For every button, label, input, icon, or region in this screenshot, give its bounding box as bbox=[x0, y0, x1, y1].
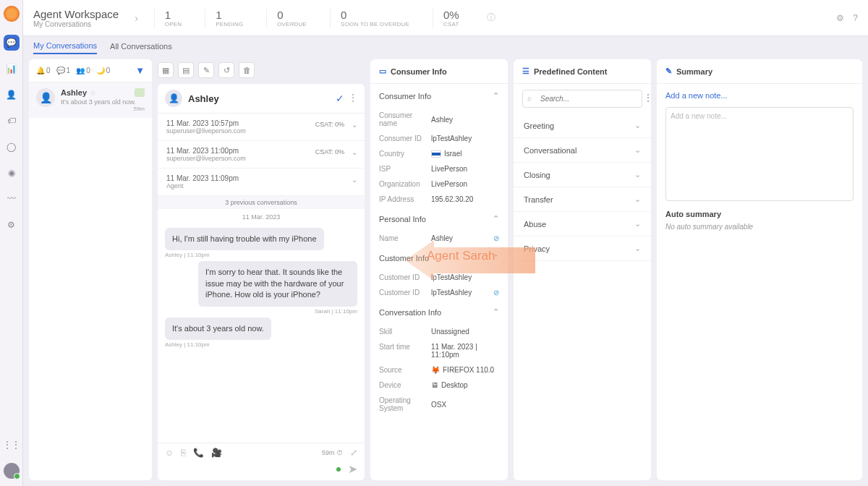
channel-icon bbox=[135, 88, 145, 97]
date-divider: 11 Mar. 2023 bbox=[158, 209, 365, 225]
tb-table-icon[interactable]: ▤ bbox=[178, 62, 194, 78]
summary-panel: ✎Summary Add a new note... Add a new not… bbox=[657, 59, 862, 480]
flag-icon bbox=[431, 150, 441, 158]
chat-more-icon[interactable]: ⋮ bbox=[349, 93, 357, 104]
history-item[interactable]: 11 Mar. 2023 11:09pm Agent ⌄ bbox=[158, 169, 365, 196]
chevron-up-icon: ⌃ bbox=[493, 214, 499, 223]
predefined-category[interactable]: Greeting⌄ bbox=[514, 114, 651, 138]
nav-people-icon[interactable]: 👤 bbox=[4, 87, 20, 103]
chevron-down-icon: ⌄ bbox=[634, 145, 641, 155]
stat-pending-value: 1 bbox=[216, 9, 221, 21]
attach-icon[interactable]: ⎘ bbox=[181, 448, 186, 458]
note-icon: ✎ bbox=[665, 67, 672, 76]
predefined-content-panel: ☰Predefined Content ⌕ ⋮ Greeting⌄ Conver… bbox=[514, 59, 651, 480]
timer-label: 59m ⏱ bbox=[322, 449, 343, 456]
workspace-title: Agent Workspace bbox=[33, 8, 119, 20]
count-open: 💬1 bbox=[56, 67, 71, 74]
auto-summary-text: No auto summary available bbox=[665, 223, 854, 231]
section-conversation-info[interactable]: Conversation Info⌃ bbox=[370, 300, 508, 324]
workspace-subtitle: My Conversations bbox=[33, 20, 119, 28]
chevron-down-icon[interactable]: ⌄ bbox=[352, 121, 357, 129]
chevron-up-icon: ⌃ bbox=[493, 253, 499, 263]
nav-tags-icon[interactable]: 🏷 bbox=[4, 113, 20, 129]
tab-all-conversations[interactable]: All Conversations bbox=[110, 42, 172, 54]
chat-toolbar: ▦ ▤ ✎ ↺ 🗑 bbox=[158, 59, 365, 84]
consumer-avatar-icon: 👤 bbox=[36, 88, 55, 107]
tb-edit-icon[interactable]: ✎ bbox=[198, 62, 214, 78]
count-pending: 👥0 bbox=[76, 67, 90, 74]
conversation-item-name: Ashley bbox=[61, 88, 87, 97]
predefined-category[interactable]: Privacy⌄ bbox=[514, 236, 651, 261]
conversation-item[interactable]: 👤 Ashley ☆ It's about 3 years old now. 5… bbox=[29, 82, 152, 118]
message-agent: I'm sorry to hear that. It sounds like t… bbox=[165, 261, 357, 314]
count-idle: 🌙0 bbox=[96, 67, 111, 74]
stat-overdue-value: 0 bbox=[277, 9, 283, 21]
history-item[interactable]: 11 Mar. 2023 10:57pm superuser@liveperso… bbox=[158, 114, 365, 141]
predefined-category[interactable]: Closing⌄ bbox=[514, 163, 651, 187]
help-icon[interactable]: ? bbox=[853, 13, 858, 23]
chevron-down-icon: ⌄ bbox=[634, 244, 641, 253]
nav-analytics-icon[interactable]: 📊 bbox=[4, 61, 20, 77]
info-icon[interactable]: ⓘ bbox=[487, 12, 495, 24]
chat-avatar-icon: 👤 bbox=[165, 90, 182, 107]
nav-tune-icon[interactable]: 〰 bbox=[4, 191, 20, 207]
stat-csat-value: 0% bbox=[443, 9, 459, 21]
filter-icon[interactable]: ▼ bbox=[135, 65, 145, 76]
chevron-up-icon: ⌃ bbox=[493, 91, 499, 101]
section-personal-info[interactable]: Personal Info⌃ bbox=[370, 207, 508, 231]
tb-card-icon[interactable]: ▦ bbox=[158, 62, 174, 78]
nav-sliders-icon[interactable]: ⚙ bbox=[4, 217, 20, 233]
id-card-icon: ▭ bbox=[379, 67, 386, 76]
predefined-search-input[interactable] bbox=[522, 90, 642, 108]
conversation-preview: It's about 3 years old now. bbox=[61, 98, 145, 106]
predefined-category[interactable]: Conversational⌄ bbox=[514, 138, 651, 163]
consumer-info-panel: ▭Consumer Info Consumer Info⌃ Consumer n… bbox=[370, 59, 508, 480]
verified-icon: ⊘ bbox=[493, 289, 499, 297]
workspace-chevron-icon[interactable]: › bbox=[132, 12, 141, 24]
video-icon[interactable]: 🎥 bbox=[211, 448, 222, 458]
search-more-icon[interactable]: ⋮ bbox=[644, 93, 651, 103]
stat-open-value: 1 bbox=[165, 9, 171, 21]
section-customer-info[interactable]: Customer Info⌃ bbox=[370, 246, 508, 270]
apps-grid-icon[interactable]: ⋮⋮ bbox=[4, 437, 20, 453]
call-icon[interactable]: 📞 bbox=[193, 448, 204, 458]
message-customer: Hi, I'm still having trouble with my iPh… bbox=[165, 228, 357, 258]
verified-icon: ⊘ bbox=[493, 234, 499, 242]
expand-icon[interactable]: ⤢ bbox=[350, 448, 357, 458]
count-overdue: 🔔0 bbox=[36, 67, 51, 74]
chevron-down-icon: ⌄ bbox=[634, 195, 641, 204]
conversation-time: 59m bbox=[61, 106, 145, 112]
chevron-up-icon: ⌃ bbox=[493, 307, 499, 317]
nav-users-icon[interactable]: ◯ bbox=[4, 139, 20, 155]
settings-icon[interactable]: ⚙ bbox=[836, 13, 844, 23]
history-item[interactable]: 11 Mar. 2023 11:00pm superuser@liveperso… bbox=[158, 141, 365, 169]
status-dot bbox=[336, 467, 341, 472]
chevron-down-icon: ⌄ bbox=[634, 121, 641, 130]
predefined-category[interactable]: Transfer⌄ bbox=[514, 187, 651, 212]
previous-conversations-label: 3 previous conversations bbox=[158, 196, 365, 209]
note-textarea[interactable]: Add a new note... bbox=[665, 107, 854, 201]
agent-avatar[interactable] bbox=[4, 463, 20, 479]
resolve-icon[interactable]: ✓ bbox=[336, 93, 344, 104]
conversation-list-panel: 🔔0 💬1 👥0 🌙0 ▼ 👤 Ashley ☆ It's about bbox=[29, 59, 152, 480]
star-icon: ☆ bbox=[90, 89, 96, 97]
nav-conversations-icon[interactable]: 💬 bbox=[4, 35, 20, 51]
emoji-icon[interactable]: ☺ bbox=[165, 448, 174, 458]
tb-history-icon[interactable]: ↺ bbox=[218, 62, 234, 78]
auto-summary-heading: Auto summary bbox=[665, 210, 854, 218]
add-note-link[interactable]: Add a new note... bbox=[657, 84, 862, 107]
search-icon: ⌕ bbox=[527, 94, 532, 102]
top-bar: Agent Workspace My Conversations › 1OPEN… bbox=[23, 0, 868, 36]
chevron-down-icon[interactable]: ⌄ bbox=[352, 176, 357, 184]
tb-delete-icon[interactable]: 🗑 bbox=[239, 62, 255, 78]
message-customer: It's about 3 years old now. Ashley | 11:… bbox=[165, 317, 357, 348]
chevron-down-icon[interactable]: ⌄ bbox=[352, 148, 357, 156]
list-icon: ☰ bbox=[522, 67, 529, 76]
stat-soon-value: 0 bbox=[341, 9, 346, 21]
tab-my-conversations[interactable]: My Conversations bbox=[33, 41, 97, 54]
send-icon[interactable]: ➤ bbox=[348, 462, 357, 476]
section-consumer-info[interactable]: Consumer Info⌃ bbox=[370, 84, 508, 108]
predefined-category[interactable]: Abuse⌄ bbox=[514, 212, 651, 236]
nav-globe-icon[interactable]: ◉ bbox=[4, 165, 20, 181]
brand-logo bbox=[4, 6, 20, 22]
